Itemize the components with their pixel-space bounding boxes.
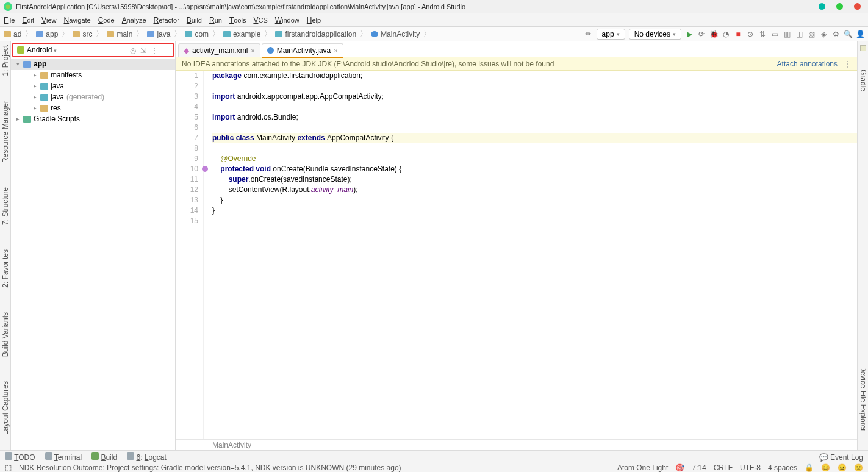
emoji-neutral[interactable]: 😐 [838, 463, 847, 472]
editor-breadcrumb[interactable]: MainActivity [176, 439, 857, 450]
android-icon [17, 46, 24, 54]
left-strip-favorites[interactable]: 2: Favorites [1, 249, 10, 288]
status-indent[interactable]: 4 spaces [768, 463, 797, 472]
gutter: 123456789101112131415 [176, 71, 204, 439]
close-dot[interactable] [854, 3, 861, 10]
project-view-label: Android [27, 46, 57, 54]
margin-guide [680, 71, 680, 439]
editor-tab-MainActivity-java[interactable]: MainActivity.java× [262, 43, 343, 57]
status-pos[interactable]: 7:14 [692, 463, 706, 472]
project-view-selector[interactable]: Android ◎ ⇲ ⋮ — [12, 43, 174, 57]
run-config-select[interactable]: app [597, 29, 625, 40]
collapse-icon[interactable]: ⇲ [140, 46, 148, 54]
status-scheme[interactable]: Atom One Light [617, 463, 668, 472]
emoji-smile[interactable]: 😊 [821, 463, 830, 472]
lock-icon[interactable]: 🔒 [805, 463, 814, 472]
sdk-icon[interactable]: ▥ [783, 30, 791, 38]
search-everywhere-icon[interactable]: 🔍 [844, 30, 852, 38]
menu-vcs[interactable]: VCS [253, 16, 267, 24]
tree-item-java-gen[interactable]: ▸java (generated) [11, 91, 175, 102]
settings-icon[interactable]: ⋮ [151, 46, 159, 54]
code-text[interactable]: package com.example.firstandroidapplicat… [204, 71, 857, 439]
app-inspection-icon[interactable]: ◈ [819, 30, 828, 38]
tree-item-res[interactable]: ▸res [11, 102, 175, 113]
tree-root[interactable]: ▾ app [11, 59, 175, 70]
apply-changes-icon[interactable]: ⟳ [697, 30, 706, 38]
tool-tab-terminal[interactable]: Terminal [45, 452, 82, 462]
profiler-icon[interactable]: ◔ [722, 30, 730, 38]
menu-view[interactable]: View [41, 16, 57, 24]
status-icon: ⬚ [5, 463, 12, 472]
workspace: 1: ProjectResource Manager7: Structure2:… [0, 41, 868, 450]
tree-gradle[interactable]: ▸ Gradle Scripts [11, 113, 175, 124]
menu-tools[interactable]: Tools [229, 16, 246, 24]
hide-icon[interactable]: — [161, 46, 169, 54]
tree-root-label: app [34, 60, 46, 68]
editor-tab-activity_main-xml[interactable]: ◆activity_main.xml× [178, 43, 260, 57]
target-icon[interactable]: ◎ [130, 46, 138, 54]
tree-gradle-label: Gradle Scripts [34, 115, 80, 123]
breadcrumb[interactable]: ad〉app〉src〉main〉java〉com〉example〉firstan… [4, 29, 584, 39]
menu-file[interactable]: File [4, 16, 15, 24]
status-eol[interactable]: CRLF [714, 463, 733, 472]
inspection-indicator[interactable] [860, 45, 866, 51]
menu-help[interactable]: Help [307, 16, 321, 24]
menu-navigate[interactable]: Navigate [64, 16, 91, 24]
attach-icon[interactable]: ⊙ [746, 30, 755, 38]
left-strip-project[interactable]: 1: Project [1, 45, 10, 76]
max-dot[interactable] [836, 3, 843, 10]
left-strip-build-variants[interactable]: Build Variants [1, 312, 10, 357]
tab-close-icon[interactable]: × [334, 47, 337, 54]
app-icon [4, 2, 12, 11]
stop-icon[interactable]: ■ [734, 30, 742, 38]
editor-pane: ◆activity_main.xml×MainActivity.java× No… [176, 41, 857, 450]
tab-close-icon[interactable]: × [251, 47, 254, 54]
sync-icon[interactable]: ⇅ [758, 30, 767, 38]
bottom-tool-tabs: TODO Terminal Build 6: Logcat 💬 Event Lo… [0, 450, 868, 463]
assistant-icon[interactable]: ⚙ [831, 30, 840, 38]
editor-tabs: ◆activity_main.xml×MainActivity.java× [176, 41, 857, 57]
tool-tab-logcat[interactable]: 6: Logcat [127, 452, 167, 462]
banner-action[interactable]: Attach annotations [777, 60, 838, 68]
banner-close-icon[interactable]: ⋮ [844, 60, 851, 68]
menu-code[interactable]: Code [98, 16, 115, 24]
status-msg: NDK Resolution Outcome: Project settings… [19, 463, 401, 472]
project-panel: Android ◎ ⇲ ⋮ — ▾ app ▸manifests▸java▸ja… [11, 41, 176, 450]
project-tree[interactable]: ▾ app ▸manifests▸java▸java (generated)▸r… [11, 57, 175, 450]
right-strip-device-file-explorer[interactable]: Device File Explorer [859, 366, 867, 431]
window-controls [819, 3, 864, 10]
code-area[interactable]: 123456789101112131415 package com.exampl… [176, 71, 857, 439]
run-icon[interactable]: ▶ [685, 30, 694, 38]
edit-config-icon[interactable]: ✎ [583, 28, 595, 40]
tool-tab-build[interactable]: Build [91, 452, 117, 462]
resource-manager-icon[interactable]: ▧ [807, 30, 816, 38]
menu-refactor[interactable]: Refactor [154, 16, 179, 24]
status-enc[interactable]: UTF-8 [740, 463, 761, 472]
window-title: FirstAndroidApplication [C:\Users\15998\… [16, 3, 819, 10]
menu-run[interactable]: Run [209, 16, 222, 24]
emoji-sad[interactable]: 🙁 [854, 463, 863, 472]
left-strip-resource-manager[interactable]: Resource Manager [1, 101, 10, 163]
tool-tab-todo[interactable]: TODO [5, 452, 35, 462]
banner-msg: No IDEA annotations attached to the JDK … [182, 60, 554, 68]
tree-item-manifests[interactable]: ▸manifests [11, 70, 175, 80]
menu-window[interactable]: Window [275, 16, 299, 24]
device-select[interactable]: No devices [629, 29, 681, 40]
menu-build[interactable]: Build [187, 16, 202, 24]
avd-icon[interactable]: ▭ [770, 30, 779, 38]
status-emoji1: 🎯 [675, 463, 684, 472]
tree-item-java[interactable]: ▸java [11, 80, 175, 91]
event-log-tab[interactable]: 💬 Event Log [819, 453, 863, 462]
left-strip-layout-captures[interactable]: Layout Captures [1, 381, 10, 435]
menu-edit[interactable]: Edit [22, 16, 34, 24]
debug-icon[interactable]: 🐞 [709, 30, 718, 38]
right-strip-gradle[interactable]: Gradle [859, 70, 867, 91]
nav-row: ad〉app〉src〉main〉java〉com〉example〉firstan… [0, 27, 868, 41]
user-icon[interactable]: 👤 [856, 30, 864, 38]
left-strip-structure[interactable]: 7: Structure [1, 187, 10, 225]
menu-analyze[interactable]: Analyze [122, 16, 146, 24]
min-dot[interactable] [819, 3, 825, 10]
toolbar-right: ✎ app No devices ▶ ⟳ 🐞 ◔ ■ ⊙ ⇅ ▭ ▥ ◫ ▧ ◈… [584, 29, 864, 40]
layout-inspector-icon[interactable]: ◫ [795, 30, 803, 38]
title-bar: FirstAndroidApplication [C:\Users\15998\… [0, 0, 868, 13]
